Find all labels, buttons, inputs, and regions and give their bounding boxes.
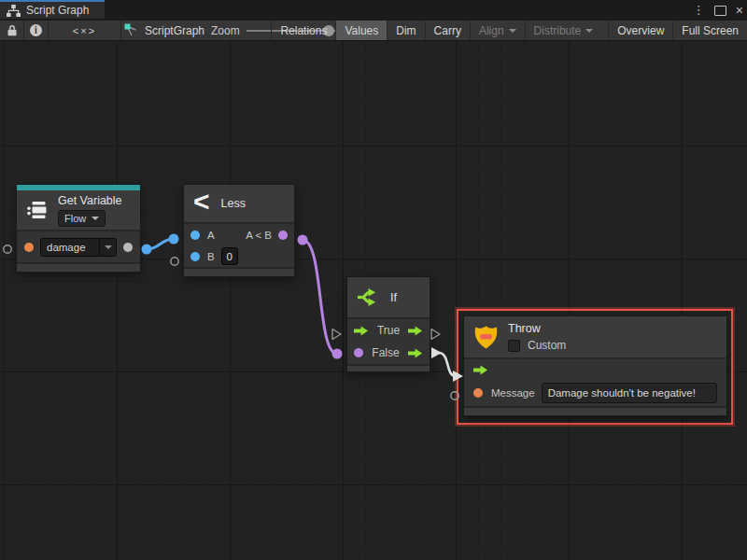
script-graph-window: Script Graph ⋮ × i <×> bbox=[0, 0, 747, 560]
node-title: Get Variable bbox=[58, 194, 122, 207]
info-button[interactable]: i bbox=[24, 21, 49, 40]
relations-button[interactable]: Relations bbox=[271, 21, 335, 40]
chevron-down-icon bbox=[105, 245, 112, 249]
port-flow-input-arrow[interactable] bbox=[473, 365, 488, 375]
port-a-input[interactable] bbox=[190, 231, 200, 240]
b-value-field[interactable]: 0 bbox=[221, 247, 238, 265]
branch-icon bbox=[357, 287, 380, 307]
maximize-icon[interactable] bbox=[714, 6, 726, 16]
throw-shield-icon bbox=[473, 323, 499, 351]
variable-icon bbox=[26, 200, 49, 220]
distribute-button[interactable]: Distribute bbox=[525, 21, 602, 40]
less-icon: < bbox=[193, 188, 210, 216]
zoom-label: Zoom bbox=[211, 24, 240, 37]
wire-damage-to-a[interactable] bbox=[147, 239, 174, 249]
node-get-variable[interactable]: Get Variable Flow damage bbox=[17, 185, 140, 272]
message-field[interactable]: Damage shouldn't be negative! bbox=[542, 383, 717, 403]
node-throw[interactable]: Throw Custom Message Damage shouldn't be… bbox=[464, 316, 726, 415]
full-screen-button[interactable]: Full Screen bbox=[672, 21, 747, 40]
script-graph-asset-icon bbox=[124, 23, 138, 37]
node-title: Less bbox=[221, 197, 246, 210]
unconnected-value-indicator bbox=[4, 245, 11, 253]
toolbar-left-group: i <×> bbox=[0, 21, 121, 40]
lock-button[interactable] bbox=[0, 21, 24, 40]
port-true-output-arrow[interactable] bbox=[408, 326, 423, 336]
wire-endpoint bbox=[169, 234, 179, 245]
code-icon: <×> bbox=[73, 25, 96, 36]
graph-canvas[interactable]: Get Variable Flow damage < bbox=[0, 41, 747, 560]
unconnected-flow-indicator bbox=[431, 329, 440, 340]
tab-script-graph[interactable]: Script Graph bbox=[0, 0, 105, 19]
port-comparison-output[interactable] bbox=[278, 231, 288, 240]
port-false-output-arrow[interactable] bbox=[408, 348, 423, 358]
node-if[interactable]: If True False bbox=[347, 277, 430, 371]
port-condition-input[interactable] bbox=[354, 348, 363, 357]
window-menu-icon[interactable]: ⋮ bbox=[693, 0, 705, 21]
node-footer bbox=[17, 262, 140, 272]
port-message-input[interactable] bbox=[473, 388, 483, 398]
graph-name: ScriptGraph bbox=[145, 24, 204, 37]
wire-if-to-throw[interactable] bbox=[439, 353, 456, 376]
port-value-output[interactable] bbox=[123, 243, 133, 252]
chevron-down-icon bbox=[92, 217, 99, 220]
carry-button[interactable]: Carry bbox=[425, 21, 470, 40]
values-button[interactable]: Values bbox=[335, 21, 387, 40]
custom-checkbox[interactable] bbox=[508, 340, 520, 352]
node-title: Throw bbox=[508, 322, 566, 335]
graph-hierarchy-icon bbox=[7, 5, 21, 17]
node-footer bbox=[347, 364, 430, 371]
wire-endpoint bbox=[298, 235, 308, 245]
graph-toolbar: i <×> ScriptGraph Zoom 1x Relations bbox=[0, 21, 747, 41]
toolbar-right-group: Relations Values Dim Carry Align Distrib… bbox=[271, 21, 747, 40]
node-title: If bbox=[390, 291, 397, 304]
breadcrumb[interactable]: ScriptGraph bbox=[124, 21, 204, 40]
port-b-input[interactable] bbox=[190, 252, 200, 261]
chevron-down-icon bbox=[585, 29, 593, 33]
chevron-down-icon bbox=[509, 29, 516, 33]
wire-endpoint bbox=[142, 245, 152, 255]
lock-icon bbox=[7, 24, 18, 36]
variable-name-dropdown[interactable]: damage bbox=[40, 238, 117, 257]
node-less[interactable]: < Less A A < B B 0 bbox=[184, 185, 294, 276]
unconnected-flow-indicator bbox=[332, 329, 341, 340]
info-icon: i bbox=[30, 24, 42, 36]
dim-button[interactable]: Dim bbox=[387, 21, 424, 40]
port-variable-name-input[interactable] bbox=[24, 243, 34, 252]
port-flow-input-arrow[interactable] bbox=[354, 326, 369, 336]
close-icon[interactable]: × bbox=[736, 0, 743, 21]
align-button[interactable]: Align bbox=[470, 21, 525, 40]
node-footer bbox=[184, 267, 294, 276]
window-controls: ⋮ × bbox=[693, 0, 743, 21]
node-footer bbox=[464, 406, 726, 415]
tab-title: Script Graph bbox=[26, 4, 89, 17]
wire-less-to-if[interactable] bbox=[303, 240, 337, 354]
unconnected-value-indicator bbox=[171, 258, 178, 265]
variable-kind-dropdown[interactable]: Flow bbox=[58, 210, 106, 227]
wire-endpoint bbox=[332, 349, 343, 359]
tab-bar: Script Graph ⋮ × bbox=[0, 0, 747, 21]
code-view-button[interactable]: <×> bbox=[49, 21, 121, 40]
wire-start-arrow bbox=[431, 347, 442, 358]
overview-button[interactable]: Overview bbox=[608, 21, 672, 40]
